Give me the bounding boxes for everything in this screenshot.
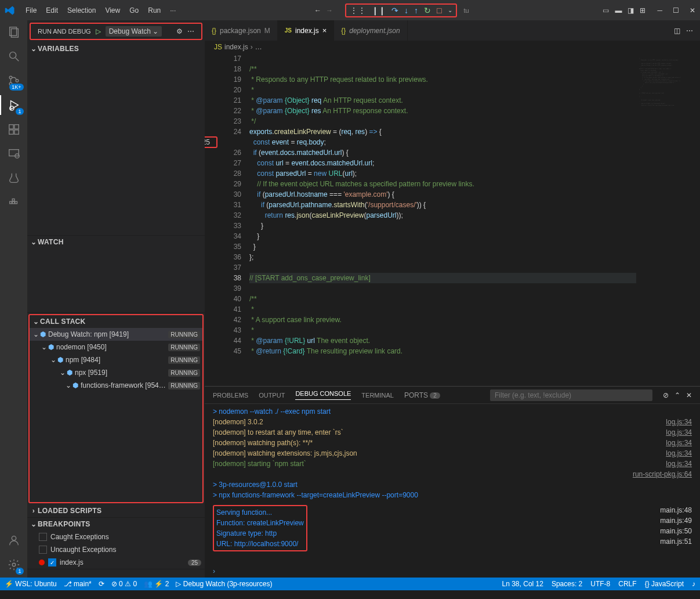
problems-status[interactable]: ⊘ 0 ⚠ 0: [111, 580, 137, 588]
drag-handle-icon[interactable]: ⋮⋮: [350, 6, 366, 15]
tab-debug-console[interactable]: DEBUG CONSOLE: [295, 390, 351, 400]
callstack-item[interactable]: ⌄⬢functions-framework [954…RUNNING: [30, 379, 202, 392]
source-link[interactable]: log.js:34: [666, 448, 692, 459]
pause-icon[interactable]: ❙❙: [372, 6, 386, 15]
source-link[interactable]: log.js:34: [666, 417, 692, 427]
encoding-status[interactable]: UTF-8: [590, 580, 610, 588]
checkbox-icon[interactable]: ✓: [48, 558, 56, 566]
step-out-icon[interactable]: ↑: [414, 6, 418, 15]
more-actions-icon[interactable]: ⋯: [686, 27, 693, 35]
bp-file-row[interactable]: ✓index.js25: [27, 556, 205, 569]
svg-rect-11: [9, 130, 13, 134]
stop-icon[interactable]: □: [437, 6, 441, 15]
callstack-item[interactable]: ⌄⬢npm [9484]RUNNING: [30, 353, 202, 366]
customize-icon[interactable]: ⊞: [640, 6, 645, 15]
chevron-down-icon[interactable]: ⌄: [448, 7, 452, 13]
remote-indicator[interactable]: ⚡ WSL: Ubuntu: [5, 580, 57, 588]
console-input[interactable]: ›: [205, 565, 700, 578]
callstack-item[interactable]: ⌄⬢nodemon [9450]RUNNING: [30, 341, 202, 353]
tab-ports[interactable]: PORTS 2: [404, 391, 440, 399]
search-hint[interactable]: tu: [464, 7, 469, 14]
account-icon[interactable]: [7, 533, 21, 547]
svg-rect-16: [12, 201, 14, 204]
tab-index.js[interactable]: JS index.js ×: [278, 20, 335, 41]
ports-status[interactable]: 👥 ⚡ 2: [144, 580, 169, 588]
checkbox-icon[interactable]: [39, 533, 47, 541]
back-icon[interactable]: ←: [314, 6, 321, 15]
menu-···[interactable]: ···: [165, 3, 180, 17]
checkbox-icon[interactable]: [39, 546, 47, 554]
collapse-icon[interactable]: ⌃: [674, 391, 680, 399]
forward-icon[interactable]: →: [326, 6, 333, 15]
tab-deployment.json[interactable]: {} deployment.json: [334, 20, 407, 41]
step-over-icon[interactable]: ↷: [391, 6, 398, 15]
breadcrumb[interactable]: JS index.js › …: [205, 41, 700, 53]
callstack-item[interactable]: ⌄⬢Debug Watch: npm [9419]RUNNING: [30, 328, 202, 341]
loaded-scripts-header[interactable]: ›LOADED SCRIPTS: [27, 504, 205, 517]
layout-icon[interactable]: ▭: [603, 6, 609, 15]
console-filter-input[interactable]: [490, 389, 652, 401]
remote-icon[interactable]: [7, 147, 21, 161]
minimap[interactable]: /** * Responds to any HTTP request relat…: [636, 53, 700, 386]
panel-icon[interactable]: ▬: [615, 6, 622, 15]
source-link[interactable]: main.js:51: [660, 536, 692, 547]
testing-icon[interactable]: [7, 171, 21, 185]
tab-output[interactable]: OUTPUT: [259, 392, 285, 399]
menu-view[interactable]: View: [100, 3, 125, 17]
source-link[interactable]: main.js:49: [660, 515, 692, 526]
menu-selection[interactable]: Selection: [63, 3, 100, 17]
sync-icon[interactable]: ⟳: [99, 580, 104, 588]
minimize-icon[interactable]: ─: [657, 6, 662, 15]
watch-header[interactable]: ⌄WATCH: [27, 236, 205, 248]
svg-point-2: [9, 52, 16, 59]
sidebar-icon[interactable]: ◨: [628, 6, 634, 15]
breakpoints-header[interactable]: ⌄BREAKPOINTS: [27, 518, 205, 531]
tab-terminal[interactable]: TERMINAL: [361, 392, 394, 399]
callstack-header[interactable]: ⌄CALL STACK: [30, 315, 202, 328]
git-branch[interactable]: ⎇ main*: [64, 580, 92, 588]
clear-icon[interactable]: ⊘: [663, 391, 669, 399]
source-link[interactable]: log.js:34: [666, 459, 692, 469]
docker-icon[interactable]: [7, 196, 21, 210]
feedback-icon[interactable]: ♪: [692, 580, 695, 588]
source-link[interactable]: run-script-pkg.js:64: [633, 469, 692, 479]
bp-caught-row[interactable]: Caught Exceptions: [27, 531, 205, 543]
menu-edit[interactable]: Edit: [41, 3, 63, 17]
extensions-icon[interactable]: [7, 122, 21, 136]
maximize-icon[interactable]: ☐: [673, 6, 679, 15]
search-icon[interactable]: [7, 49, 21, 63]
debug-console-output[interactable]: > nodemon --watch ./ --exec npm start[no…: [205, 404, 700, 565]
tab-package.json[interactable]: {} package.json M: [205, 20, 278, 41]
bp-uncaught-row[interactable]: Uncaught Exceptions: [27, 543, 205, 556]
menu-run[interactable]: Run: [143, 3, 165, 17]
indent-status[interactable]: Spaces: 2: [552, 580, 582, 588]
language-status[interactable]: {} JavaScript: [645, 580, 684, 588]
source-link[interactable]: log.js:34: [666, 438, 692, 448]
close-panel-icon[interactable]: ✕: [686, 391, 692, 399]
gear-icon[interactable]: ⚙: [176, 27, 183, 35]
debug-config-select[interactable]: Debug Watch ⌄: [106, 26, 162, 37]
menu-file[interactable]: File: [21, 3, 41, 17]
settings-icon[interactable]: 1: [7, 558, 21, 572]
cursor-position[interactable]: Ln 38, Col 12: [502, 580, 543, 588]
callstack-item[interactable]: ⌄⬢npx [9519]RUNNING: [30, 366, 202, 379]
variables-header[interactable]: ⌄VARIABLES: [27, 42, 205, 55]
more-icon[interactable]: ⋯: [187, 27, 194, 35]
split-editor-icon[interactable]: ◫: [674, 27, 680, 35]
source-link[interactable]: main.js:48: [660, 505, 692, 515]
explorer-icon[interactable]: [7, 25, 21, 39]
close-icon[interactable]: ✕: [690, 6, 695, 15]
tab-problems[interactable]: PROBLEMS: [213, 392, 248, 399]
source-control-icon[interactable]: 1K+: [7, 74, 21, 88]
restart-icon[interactable]: ↻: [424, 6, 431, 15]
menu-go[interactable]: Go: [125, 3, 143, 17]
code-editor[interactable]: 25 1718192021222324252627282930313233343…: [205, 53, 636, 386]
run-debug-icon[interactable]: 1: [7, 98, 21, 112]
debug-status[interactable]: ▷ Debug Watch (3p-resources): [176, 580, 272, 588]
start-debug-icon[interactable]: ▷: [96, 27, 101, 35]
source-link[interactable]: log.js:34: [666, 427, 692, 438]
eol-status[interactable]: CRLF: [618, 580, 636, 588]
step-into-icon[interactable]: ↓: [404, 6, 408, 15]
close-tab-icon[interactable]: ×: [322, 26, 327, 35]
source-link[interactable]: main.js:50: [660, 526, 692, 536]
